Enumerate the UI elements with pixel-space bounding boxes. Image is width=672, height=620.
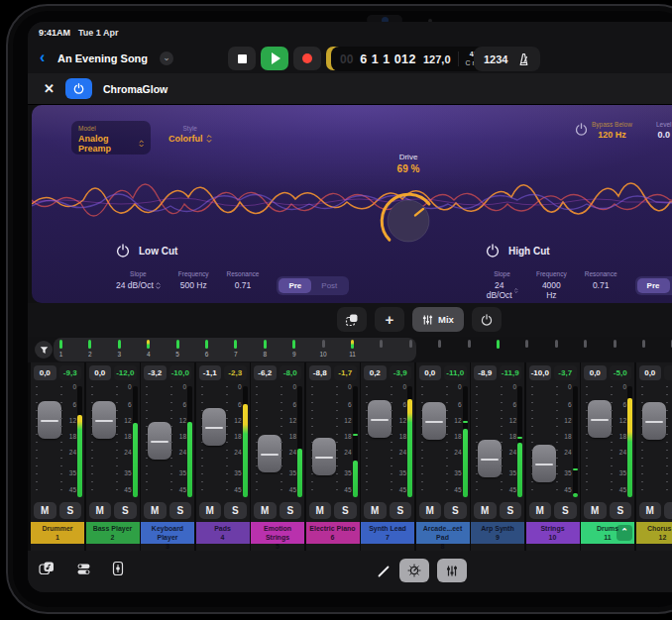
fader-db-value[interactable]: 0,0 (419, 365, 442, 380)
fader-track[interactable] (585, 384, 614, 499)
mute-button[interactable]: M (199, 502, 222, 519)
ruler-meter-tick[interactable] (438, 340, 441, 348)
mute-button[interactable]: M (309, 502, 332, 519)
track-label[interactable]: Drums 11 ⌃ (581, 522, 634, 544)
fader-db-value[interactable]: 0,0 (34, 365, 56, 380)
ruler-meter-tick[interactable] (468, 340, 471, 348)
ruler-meter-tick[interactable] (614, 340, 616, 348)
back-chevron-icon[interactable]: ‹ (40, 48, 45, 67)
peak-db-value[interactable]: -1,7 (334, 365, 357, 380)
model-selector[interactable]: Model Analog Preamp (71, 121, 151, 155)
mute-button[interactable]: M (89, 502, 112, 519)
solo-button[interactable]: S (610, 502, 632, 519)
low-cut-resonance[interactable]: Resonance 0.71 (227, 270, 260, 290)
controls-view-button[interactable] (399, 559, 429, 582)
duplicate-button[interactable] (337, 307, 367, 332)
high-cut-power-icon[interactable] (486, 244, 500, 258)
mute-button[interactable]: M (474, 502, 497, 519)
peak-db-value[interactable]: -3,7 (554, 365, 577, 380)
solo-button[interactable]: S (444, 502, 467, 519)
mute-button[interactable]: M (364, 502, 387, 519)
pencil-icon[interactable] (377, 564, 392, 578)
track-label[interactable]: Bass Player 2 (86, 522, 140, 544)
low-cut-power-icon[interactable] (116, 244, 130, 258)
peak-db-value[interactable] (664, 365, 672, 380)
ruler-meter-tick[interactable] (234, 340, 237, 349)
bypass-below-control[interactable]: Bypass Below 120 Hz (592, 121, 632, 140)
ruler-meter-tick[interactable] (292, 340, 295, 349)
solo-button[interactable]: S (280, 502, 302, 519)
solo-button[interactable]: S (334, 502, 357, 519)
solo-button[interactable]: S (114, 502, 137, 519)
low-cut-slope[interactable]: Slope 24 dB/Oct (116, 270, 161, 290)
high-cut-slope[interactable]: Slope 24 dB/Oct (486, 270, 518, 300)
fader-track[interactable] (255, 384, 283, 499)
peak-db-value[interactable]: -5,0 (610, 365, 632, 380)
track-label[interactable]: Electric Piano 6 (306, 522, 360, 544)
peak-db-value[interactable]: -11,0 (444, 365, 467, 380)
pre-button[interactable]: Pre (637, 278, 670, 293)
fader-db-value[interactable]: -8,8 (309, 365, 332, 380)
collapse-chevron-up-icon[interactable]: ⌃ (616, 525, 632, 541)
solo-button[interactable]: S (554, 502, 577, 519)
fader-track[interactable] (530, 384, 559, 499)
close-icon[interactable]: ✕ (44, 81, 55, 96)
ruler-meter-tick[interactable] (642, 340, 645, 348)
high-cut-frequency[interactable]: Frequency 4000 Hz (536, 270, 567, 300)
ruler-meter-tick[interactable] (525, 340, 528, 348)
fader-db-value[interactable]: -8,9 (474, 365, 497, 380)
peak-db-value[interactable]: -10,0 (169, 365, 192, 380)
post-button[interactable]: Post (311, 278, 347, 293)
level-control[interactable]: Level 0.0 (656, 121, 672, 140)
ruler-meter-tick[interactable] (409, 340, 412, 348)
plugins-icon[interactable] (76, 562, 91, 576)
ruler-meter-tick[interactable] (264, 340, 267, 349)
mixer-view-button[interactable] (437, 559, 467, 582)
fader-db-value[interactable]: 0,2 (364, 365, 387, 380)
peak-db-value[interactable]: -12,0 (114, 365, 137, 380)
fader-db-value[interactable]: -10,0 (529, 365, 552, 380)
peak-db-value[interactable]: -11,9 (500, 365, 522, 380)
mixer-power-button[interactable] (472, 307, 502, 332)
ruler-meter-tick[interactable] (351, 340, 354, 349)
fader-db-value[interactable]: -1,1 (199, 365, 222, 380)
fader-handle[interactable] (92, 401, 116, 439)
ruler-meter-tick[interactable] (380, 340, 383, 348)
ruler-meter-tick[interactable] (118, 340, 121, 349)
mute-button[interactable]: M (419, 502, 442, 519)
plugin-power-button[interactable] (65, 78, 92, 99)
fader-db-value[interactable]: -3,2 (144, 365, 167, 380)
stop-button[interactable] (228, 47, 256, 70)
mute-button[interactable]: M (529, 502, 552, 519)
fader-track[interactable] (145, 384, 173, 499)
track-label[interactable]: Arcade...eet Pad 8 (416, 522, 470, 544)
fader-handle[interactable] (148, 422, 171, 460)
solo-button[interactable]: S (500, 502, 522, 519)
solo-button[interactable]: S (224, 502, 247, 519)
fader-handle[interactable] (258, 435, 281, 472)
count-in-button[interactable]: 1234 (484, 53, 507, 65)
mix-toggle-button[interactable]: Mix (412, 307, 464, 332)
ruler-meter-tick[interactable] (322, 340, 325, 348)
fader-track[interactable] (200, 384, 229, 499)
ruler-meter-tick[interactable] (147, 340, 150, 349)
song-title-chevron-icon[interactable]: ⌄ (160, 52, 173, 65)
pre-button[interactable]: Pre (279, 278, 311, 293)
fader-handle[interactable] (478, 440, 502, 477)
style-selector[interactable]: Style Colorful (168, 125, 212, 144)
peak-db-value[interactable]: -3,9 (390, 365, 412, 380)
mute-button[interactable]: M (34, 502, 56, 519)
fader-track[interactable] (640, 384, 669, 499)
mute-button[interactable]: M (144, 502, 167, 519)
fader-track[interactable] (365, 384, 393, 499)
track-label[interactable]: Synth Lead 7 (361, 522, 414, 544)
track-label[interactable]: Emotion Strings 5 (251, 522, 304, 544)
track-label[interactable]: Pads 4 (196, 522, 250, 544)
fader-track[interactable] (90, 384, 119, 499)
filter-button[interactable] (35, 341, 53, 359)
fader-handle[interactable] (588, 400, 612, 438)
record-button[interactable] (293, 47, 321, 70)
add-button[interactable]: + (375, 307, 404, 332)
ruler-meter-tick[interactable] (59, 340, 62, 349)
mute-button[interactable]: M (639, 502, 662, 519)
